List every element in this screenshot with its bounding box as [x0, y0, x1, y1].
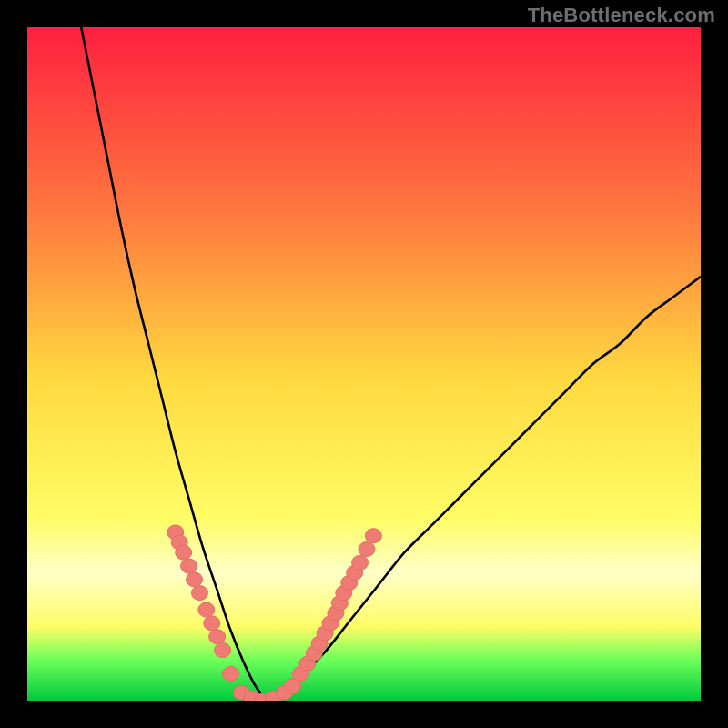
chart-canvas: TheBottleneck.com [0, 0, 728, 728]
curve-marker [359, 542, 375, 557]
curve-marker [176, 545, 192, 560]
markers-bottom [233, 679, 300, 701]
curve-marker [181, 559, 197, 573]
plot-area [27, 27, 701, 701]
bottleneck-curve [81, 27, 701, 701]
curve-marker [352, 555, 369, 570]
curve-marker [222, 666, 238, 681]
markers-right [292, 529, 381, 682]
curve-marker [215, 643, 231, 658]
curve-marker [209, 630, 226, 644]
chart-overlay [27, 27, 701, 701]
curve-marker [365, 529, 381, 543]
curve-marker [191, 586, 207, 601]
curve-marker [198, 602, 215, 617]
curve-marker [187, 572, 203, 587]
curve-marker [204, 616, 220, 631]
watermark-text: TheBottleneck.com [528, 4, 715, 27]
